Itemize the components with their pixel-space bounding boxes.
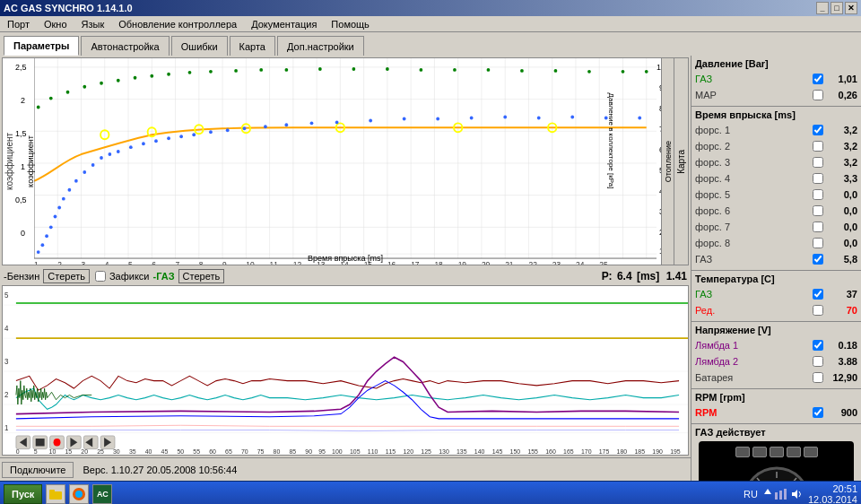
temperatura-section: Температура [C] ГАЗ 37 Ред. 70 <box>691 271 861 322</box>
gauge-container: B/G <box>741 465 813 481</box>
fors7-checkbox[interactable] <box>813 222 823 232</box>
steret-button-2[interactable]: Стереть <box>178 269 225 283</box>
gaz-pressure-checkbox[interactable] <box>813 74 823 84</box>
svg-text:30: 30 <box>113 448 120 455</box>
battery-checkbox[interactable] <box>813 372 823 383</box>
status-bar: Подключите Верс. 1.10.27 20.05.2008 10:5… <box>0 457 691 481</box>
lambda2-checkbox[interactable] <box>813 356 823 367</box>
svg-point-76 <box>37 106 40 109</box>
carta-label: Карта <box>676 150 686 174</box>
connect-button[interactable]: Подключите <box>2 462 74 478</box>
svg-point-61 <box>226 128 230 132</box>
svg-text:185: 185 <box>634 448 645 455</box>
svg-point-79 <box>83 85 86 89</box>
menu-okno[interactable]: Окно <box>40 19 71 30</box>
arrow-up-icon <box>763 488 772 500</box>
gaz-temp-checkbox[interactable] <box>813 289 823 300</box>
battery-label: Батарея <box>695 372 811 383</box>
tab-dop[interactable]: Доп.настройки <box>277 36 364 56</box>
taskbar-right: RU 20:51 12.03.2014 <box>744 483 857 505</box>
svg-rect-150 <box>36 439 45 446</box>
map-pressure-checkbox[interactable] <box>813 90 823 100</box>
menu-help[interactable]: Помощь <box>327 19 373 30</box>
steret-button-1[interactable]: Стереть <box>43 269 90 283</box>
fors5-value: 0,0 <box>825 189 857 200</box>
rpm-checkbox[interactable] <box>813 407 823 418</box>
lambda2-row: Лямбда 2 3.88 <box>695 353 857 369</box>
fors2-checkbox[interactable] <box>813 141 823 152</box>
clock-time: 20:51 <box>808 483 857 494</box>
svg-point-65 <box>310 121 314 125</box>
maximize-button[interactable]: □ <box>831 2 843 14</box>
zafiksi-checkbox[interactable] <box>95 271 106 282</box>
tab-avtonastr[interactable]: Автонастройка <box>81 36 169 56</box>
fors7-value: 0,0 <box>825 222 857 232</box>
zafiksi-label: Зафикси <box>109 271 150 282</box>
minimize-button[interactable]: _ <box>816 2 829 14</box>
svg-text:60: 60 <box>209 448 216 455</box>
gaz-vremya-checkbox[interactable] <box>813 254 823 265</box>
fors5-checkbox[interactable] <box>813 189 823 200</box>
svg-text:17: 17 <box>411 260 420 265</box>
fors3-checkbox[interactable] <box>813 157 823 168</box>
fors2-label: форс. 2 <box>695 141 811 152</box>
coeff-value: 1.41 <box>666 270 687 282</box>
menu-update[interactable]: Обновление контроллера <box>115 19 240 30</box>
menu-bar: Порт Окно Язык Обновление контроллера До… <box>0 16 861 32</box>
firefox-icon <box>72 487 86 501</box>
taskbar-icon-ac[interactable]: AC <box>92 484 112 504</box>
fors4-checkbox[interactable] <box>813 173 823 184</box>
svg-text:65: 65 <box>225 448 232 455</box>
svg-point-67 <box>369 118 372 122</box>
svg-text:175: 175 <box>599 448 610 455</box>
start-button[interactable]: Пуск <box>4 484 42 504</box>
lambda1-value: 0.18 <box>825 340 857 351</box>
svg-text:115: 115 <box>386 448 396 455</box>
tab-oshibki[interactable]: Ошибки <box>171 36 228 56</box>
menu-docs[interactable]: Документация <box>248 19 320 30</box>
y-val-05: 0,5 <box>15 196 27 204</box>
svg-text:90: 90 <box>305 448 312 455</box>
y-right-label: Давление в коллекторе [кРа] <box>607 93 615 189</box>
tab-parametry[interactable]: Параметры <box>4 36 79 56</box>
svg-text:24: 24 <box>576 260 585 265</box>
gaz-temp-label: ГАЗ <box>695 289 811 300</box>
fors6-label: форс. 6 <box>695 205 811 216</box>
lambda1-checkbox[interactable] <box>813 340 823 351</box>
zafiksi-checkbox-label[interactable]: Зафикси <box>93 271 150 282</box>
ms-label: [ms] <box>637 270 659 282</box>
red-temp-label: Ред. <box>695 305 811 316</box>
svg-text:25: 25 <box>599 260 608 265</box>
top-chart-svg: 1 2 3 4 5 6 7 8 9 10 11 12 13 14 15 16 1… <box>34 58 657 265</box>
menu-yazyk[interactable]: Язык <box>78 19 109 30</box>
svg-point-94 <box>453 68 457 72</box>
svg-rect-215 <box>784 489 787 500</box>
red-temp-checkbox[interactable] <box>813 305 823 316</box>
y-left-label: коэффициент <box>4 133 14 190</box>
svg-point-56 <box>154 139 158 143</box>
clock: 20:51 12.03.2014 <box>808 483 857 505</box>
y-val-15: 1,5 <box>15 129 27 138</box>
svg-text:145: 145 <box>492 448 503 455</box>
fors4-row: форс. 4 3,3 <box>695 170 857 187</box>
fors1-checkbox[interactable] <box>813 125 823 135</box>
close-button[interactable]: ✕ <box>845 2 857 14</box>
svg-text:110: 110 <box>368 448 378 455</box>
svg-text:70: 70 <box>241 448 248 455</box>
svg-text:11: 11 <box>270 260 279 265</box>
svg-text:16: 16 <box>387 260 396 265</box>
fors6-checkbox[interactable] <box>813 205 823 216</box>
svg-point-70 <box>470 116 474 119</box>
taskbar-icon-firefox[interactable] <box>69 484 89 504</box>
svg-point-49 <box>83 170 86 174</box>
rpm-title: RPM [rpm] <box>695 392 857 403</box>
taskbar-icon-explorer[interactable] <box>46 484 65 504</box>
svg-text:35: 35 <box>129 448 136 455</box>
gaz-temp-row: ГАЗ 37 <box>695 286 857 302</box>
svg-text:95: 95 <box>318 448 326 455</box>
fors8-checkbox[interactable] <box>813 238 823 248</box>
tab-karta[interactable]: Карта <box>230 36 275 56</box>
svg-text:3: 3 <box>4 357 9 365</box>
menu-port[interactable]: Порт <box>4 19 33 30</box>
gaz-pressure-value: 1,01 <box>825 74 857 84</box>
